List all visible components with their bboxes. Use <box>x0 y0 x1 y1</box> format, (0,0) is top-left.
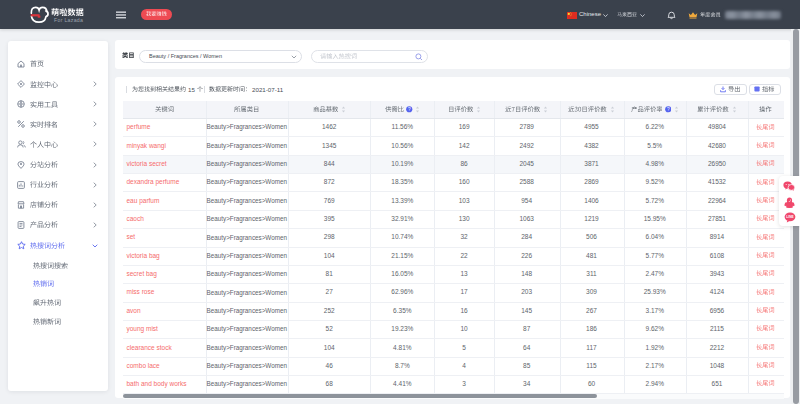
svg-text:LINE: LINE <box>786 215 793 219</box>
svg-text:?: ? <box>408 107 411 112</box>
svg-text:?: ? <box>667 107 670 112</box>
